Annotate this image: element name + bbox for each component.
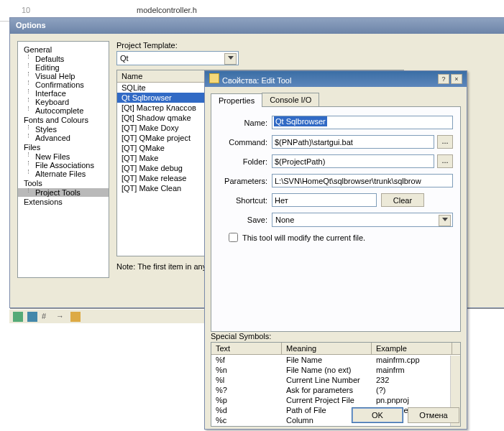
tree-item[interactable]: Editing — [18, 63, 109, 72]
symbols-label: Special Symbols: — [211, 332, 461, 340]
tree-extensions[interactable]: Extensions — [18, 197, 109, 207]
tree-item[interactable]: Defaults — [18, 55, 109, 63]
tree-fonts[interactable]: Fonts and Colours — [18, 115, 109, 125]
tree-files[interactable]: Files — [18, 142, 109, 152]
line-number: 10 — [22, 6, 30, 14]
tree-tools[interactable]: Tools — [18, 178, 109, 188]
browse-button[interactable]: ... — [437, 154, 453, 168]
shortcut-input[interactable] — [272, 193, 377, 207]
name-label: Name: — [219, 119, 272, 127]
params-input[interactable] — [272, 174, 453, 187]
browse-button[interactable]: ... — [437, 135, 453, 149]
app-icon — [209, 73, 219, 83]
symbol-row[interactable]: %nFile Name (no ext)mainfrm — [211, 365, 460, 375]
category-tree[interactable]: General Defaults Editing Visual Help Con… — [17, 41, 109, 278]
tree-item[interactable]: Autocomplete — [18, 106, 109, 115]
col-text[interactable]: Text — [211, 343, 282, 354]
command-input[interactable] — [272, 135, 434, 149]
edit-tool-dialog: Свойства: Edit Tool ? × Properties Conso… — [204, 70, 467, 430]
tree-item[interactable]: Visual Help — [18, 72, 109, 80]
folder-input[interactable] — [272, 154, 434, 168]
params-label: Parameters: — [219, 177, 272, 185]
tree-item[interactable]: Confirmations — [18, 80, 109, 89]
tab-properties[interactable]: Properties — [211, 93, 262, 107]
chevron-down-icon — [228, 56, 234, 60]
tree-item[interactable]: New Files — [18, 152, 109, 161]
cancel-button[interactable]: Отмена — [408, 407, 459, 423]
tab-console-io[interactable]: Console I/O — [262, 93, 319, 106]
close-button[interactable]: × — [451, 74, 462, 84]
prop-titlebar[interactable]: Свойства: Edit Tool ? × — [205, 71, 467, 87]
tree-item[interactable]: Advanced — [18, 134, 109, 142]
save-combo[interactable]: None — [272, 213, 453, 227]
tool-icon[interactable]: # — [42, 312, 52, 322]
tool-icon[interactable] — [13, 312, 23, 322]
tool-icon[interactable] — [70, 312, 81, 322]
tree-item[interactable]: File Associations — [18, 161, 109, 170]
command-label: Command: — [219, 138, 272, 147]
ok-button[interactable]: OK — [352, 407, 403, 423]
symbol-row[interactable]: %pCurrent Project Filepn.pnproj — [211, 395, 460, 405]
symbol-row[interactable]: %?Ask for parameters(?) — [211, 385, 460, 395]
tool-icon[interactable]: → — [56, 312, 66, 322]
clear-button[interactable]: Clear — [381, 193, 424, 207]
tree-project-tools[interactable]: Project Tools — [18, 188, 109, 197]
template-label: Project Template: — [116, 41, 498, 50]
options-titlebar[interactable]: Options — [10, 18, 504, 34]
symbol-row[interactable]: %fFile Namemainfrm.cpp — [211, 355, 460, 365]
save-label: Save: — [219, 216, 272, 224]
name-input[interactable]: Qt Sqlbrowser — [274, 116, 327, 126]
shortcut-label: Shortcut: — [219, 196, 272, 205]
filename: modelcontroller.h — [137, 6, 197, 14]
col-meaning[interactable]: Meaning — [282, 343, 372, 354]
help-button[interactable]: ? — [438, 74, 449, 84]
tree-item[interactable]: Alternate Files — [18, 170, 109, 178]
col-example[interactable]: Example — [372, 343, 452, 354]
tree-general[interactable]: General — [18, 45, 109, 55]
tree-item[interactable]: Keyboard — [18, 98, 109, 106]
tree-item[interactable]: Styles — [18, 125, 109, 134]
chevron-down-icon — [442, 218, 448, 221]
modify-checkbox[interactable] — [229, 233, 238, 242]
template-combo[interactable]: Qt — [116, 51, 239, 65]
folder-label: Folder: — [219, 157, 272, 166]
tool-icon[interactable] — [27, 312, 37, 322]
modify-label: This tool will modify the current file. — [242, 233, 365, 242]
symbol-row[interactable]: %lCurrent Line Number232 — [211, 375, 460, 385]
tree-item[interactable]: Interface — [18, 89, 109, 98]
